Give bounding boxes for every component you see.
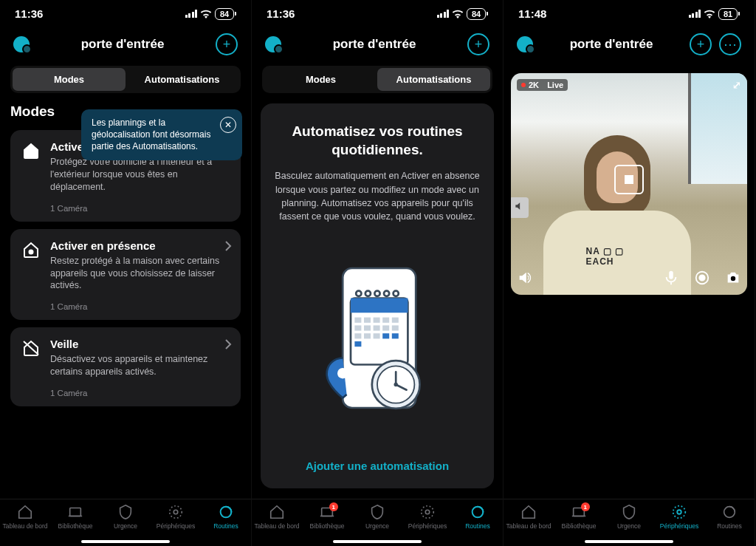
status-icons: 81 <box>689 8 740 20</box>
home-icon <box>21 239 41 312</box>
tab-bar: Tableau de bord 1Bibliothèque Urgence Pé… <box>504 499 755 546</box>
svg-point-9 <box>374 291 379 296</box>
page-title: porte d'entrée <box>81 37 165 52</box>
svg-point-33 <box>394 383 398 386</box>
microphone-icon[interactable] <box>663 270 679 289</box>
info-tooltip: Les plannings et la géolocalisation font… <box>81 109 242 160</box>
record-icon[interactable] <box>694 270 710 289</box>
signal-icon <box>437 10 450 18</box>
signal-icon <box>689 10 701 18</box>
battery-icon: 84 <box>467 8 488 20</box>
svg-point-41 <box>731 276 735 281</box>
svg-rect-25 <box>382 333 389 338</box>
card-desc: Protégez votre domicile à l'intérieur et… <box>50 156 230 194</box>
svg-rect-23 <box>364 333 371 338</box>
clock: 11:48 <box>518 7 546 20</box>
home-indicator[interactable] <box>81 540 170 543</box>
snapshot-icon[interactable] <box>725 270 741 289</box>
svg-point-3 <box>170 506 182 519</box>
tab-automations[interactable]: Automatisations <box>126 68 238 91</box>
header: porte d'entrée + <box>252 26 503 66</box>
tab-modes[interactable]: Modes <box>264 68 377 91</box>
add-button[interactable]: + <box>690 33 712 55</box>
mode-card-home[interactable]: Activer en présence Restez protégé à la … <box>10 229 241 321</box>
home-indicator[interactable] <box>585 540 673 543</box>
home-indicator[interactable] <box>333 540 422 543</box>
chevron-right-icon <box>224 339 232 349</box>
avatar[interactable] <box>265 36 281 52</box>
panel-heading: Automatisez vos routines quotidiennes. <box>274 123 481 159</box>
svg-rect-20 <box>382 325 389 330</box>
svg-point-36 <box>422 506 434 519</box>
card-meta: 1 Caméra <box>50 389 230 397</box>
phone-automations: 11:36 84 porte d'entrée + Modes Automati… <box>252 0 504 546</box>
standby-icon <box>21 338 41 397</box>
svg-rect-21 <box>392 325 399 330</box>
schedule-illustration <box>311 236 444 446</box>
signal-icon <box>185 10 198 18</box>
mode-card-standby[interactable]: Veille Désactivez vos appareils et maint… <box>10 327 241 406</box>
card-title: Veille <box>50 338 78 350</box>
svg-point-28 <box>337 368 348 378</box>
add-button[interactable]: + <box>467 33 489 55</box>
avatar[interactable] <box>517 36 533 52</box>
battery-icon: 84 <box>215 8 236 20</box>
tab-dashboard[interactable]: Tableau de bord <box>0 504 50 546</box>
svg-point-40 <box>699 275 704 280</box>
tab-bar: Tableau de bord 1Bibliothèque Urgence Pé… <box>252 499 503 546</box>
stop-button[interactable] <box>614 165 644 194</box>
avatar[interactable] <box>13 36 30 52</box>
add-button[interactable]: + <box>216 33 238 55</box>
record-dot-icon <box>521 83 526 87</box>
close-icon[interactable]: ✕ <box>220 117 236 133</box>
svg-point-2 <box>173 510 178 514</box>
clock: 11:36 <box>15 7 43 20</box>
more-button[interactable]: ⋯ <box>719 33 741 55</box>
tab-bar: Tableau de bord Bibliothèque Urgence Pér… <box>0 499 251 546</box>
speaker-icon[interactable] <box>517 270 533 289</box>
tab-automations[interactable]: Automatisations <box>377 68 490 91</box>
header: porte d'entrée + ⋯ <box>504 26 755 66</box>
tab-dashboard[interactable]: Tableau de bord <box>504 504 554 546</box>
phone-live: 11:48 81 porte d'entrée + ⋯ NA ▢ ▢ EACH … <box>504 0 755 546</box>
tab-routines[interactable]: Routines <box>453 504 503 546</box>
status-icons: 84 <box>185 8 237 20</box>
page-title: porte d'entrée <box>570 37 653 52</box>
add-automation-button[interactable]: Ajouter une automatisation <box>306 460 449 472</box>
tab-dashboard[interactable]: Tableau de bord <box>252 504 302 546</box>
clock: 11:36 <box>267 7 295 20</box>
segmented-control: Modes Automatisations <box>262 66 492 93</box>
svg-rect-1 <box>70 508 81 516</box>
battery-icon: 81 <box>718 8 740 20</box>
page-title: porte d'entrée <box>333 37 416 52</box>
tab-modes[interactable]: Modes <box>13 68 126 91</box>
card-desc: Désactivez vos appareils et maintenez ce… <box>50 353 230 378</box>
card-title: Activer en présence <box>50 239 156 252</box>
svg-point-10 <box>384 291 389 296</box>
live-badge: 2K Live <box>517 79 568 91</box>
header: porte d'entrée + <box>0 26 251 66</box>
mute-side-button[interactable] <box>511 197 529 218</box>
tab-routines[interactable]: Routines <box>704 504 755 546</box>
card-desc: Restez protégé à la maison avec certains… <box>50 255 230 293</box>
svg-point-0 <box>30 250 33 253</box>
phone-modes: 11:36 84 porte d'entrée + Modes Automati… <box>0 0 252 546</box>
svg-rect-18 <box>364 325 371 330</box>
card-meta: 1 Caméra <box>50 302 230 311</box>
svg-rect-24 <box>374 333 380 338</box>
svg-rect-26 <box>392 333 399 338</box>
tab-routines[interactable]: Routines <box>201 504 251 546</box>
status-bar: 11:48 81 <box>504 0 755 26</box>
panel-description: Basculez automatiquement en Activer en a… <box>274 169 481 223</box>
notification-badge: 1 <box>329 502 338 511</box>
svg-rect-38 <box>669 271 673 279</box>
away-icon <box>21 140 41 213</box>
expand-icon[interactable]: ⤢ <box>732 79 741 91</box>
live-video[interactable]: NA ▢ ▢ EACH 2K Live ⤢ <box>511 73 747 295</box>
svg-rect-16 <box>392 318 399 323</box>
svg-point-8 <box>365 291 371 296</box>
wifi-icon <box>200 10 212 18</box>
notification-badge: 1 <box>581 502 590 511</box>
svg-rect-19 <box>374 325 380 330</box>
card-meta: 1 Caméra <box>50 204 230 213</box>
